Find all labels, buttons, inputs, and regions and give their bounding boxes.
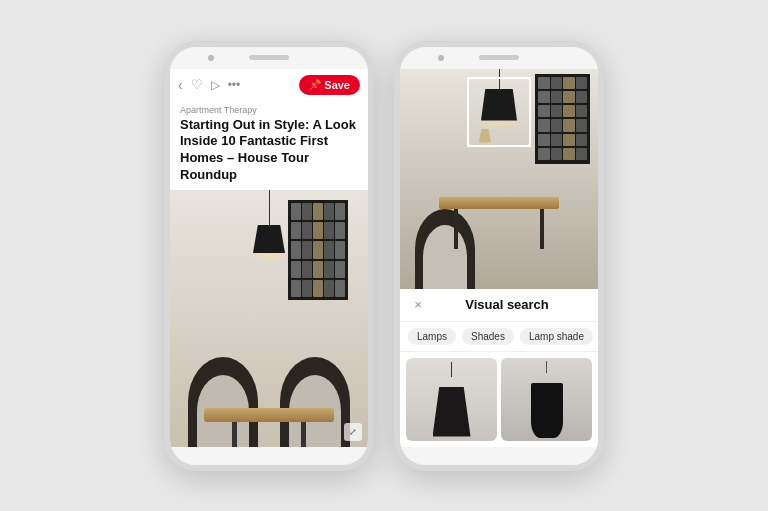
bookshelf	[288, 200, 348, 300]
room-background	[170, 190, 368, 446]
front-camera-2	[438, 55, 444, 61]
power-button-2[interactable]	[600, 127, 603, 149]
search-results	[400, 352, 598, 447]
phone-2-bottom	[400, 447, 598, 465]
table-legs-2	[439, 209, 559, 249]
pin-source: Apartment Therapy	[180, 105, 358, 115]
save-label: Save	[324, 79, 350, 91]
tag-lamps[interactable]: Lamps	[408, 328, 456, 345]
power-button[interactable]	[370, 127, 373, 149]
tag-lamp-shade[interactable]: Lamp shade	[520, 328, 593, 345]
phone-1-screen: ‹ ♡ ▷ ••• 📌 Save Apartment Therapy Start…	[170, 69, 368, 447]
share-button[interactable]: ▷	[211, 78, 220, 92]
back-button[interactable]: ‹	[178, 77, 183, 93]
table-leg-2-right	[540, 209, 544, 249]
speaker-2	[479, 55, 519, 60]
visual-search-title: Visual search	[426, 297, 588, 312]
pendant-lamp	[249, 190, 289, 261]
table-surface	[204, 408, 334, 422]
phone-2: × Visual search Lamps Shades Lamp shade …	[394, 41, 604, 471]
table-leg-2-left	[454, 209, 458, 249]
visual-search-header: × Visual search	[400, 289, 598, 322]
selection-corner-tl	[467, 77, 475, 85]
table-surface-2	[439, 197, 559, 209]
lamp-thumbnail-2	[501, 358, 592, 441]
lamp-shade	[253, 225, 285, 253]
left-arch	[188, 357, 258, 447]
thumb-cord-1	[451, 362, 452, 377]
phone-2-top-bar	[400, 47, 598, 69]
expand-icon[interactable]: ⤢	[344, 423, 362, 441]
save-button[interactable]: 📌 Save	[299, 75, 360, 95]
pin-icon: 📌	[309, 79, 321, 90]
volume-down-button[interactable]	[165, 143, 168, 161]
volume-down-button-2[interactable]	[395, 143, 398, 161]
table-leg-right	[301, 422, 306, 447]
table-leg-left	[232, 422, 237, 447]
visual-search-panel: × Visual search Lamps Shades Lamp shade …	[400, 289, 598, 447]
phone-top-bar	[170, 47, 368, 69]
thumb-shade-2	[531, 383, 563, 438]
room-image-full	[400, 69, 598, 289]
pin-image[interactable]: ⤢	[170, 190, 368, 446]
thumb-shade-1	[433, 387, 471, 437]
pin-header: ‹ ♡ ▷ ••• 📌 Save	[170, 69, 368, 101]
tag-shades[interactable]: Shades	[462, 328, 514, 345]
phone-2-screen: × Visual search Lamps Shades Lamp shade …	[400, 69, 598, 447]
pin-text-area: Apartment Therapy Starting Out in Style:…	[170, 101, 368, 191]
heart-button[interactable]: ♡	[191, 77, 203, 92]
bookshelf-2	[535, 74, 590, 164]
visual-search-selection[interactable]	[467, 77, 531, 147]
pin-title: Starting Out in Style: A Look Inside 10 …	[180, 117, 358, 185]
selection-corner-tr	[523, 77, 531, 85]
close-button[interactable]: ×	[410, 297, 426, 313]
phone-1-bottom	[170, 447, 368, 465]
more-button[interactable]: •••	[228, 78, 292, 92]
right-arch	[280, 357, 350, 447]
result-item-1[interactable]	[406, 358, 497, 441]
selection-corner-bl	[467, 139, 475, 147]
phone-1: ‹ ♡ ▷ ••• 📌 Save Apartment Therapy Start…	[164, 41, 374, 471]
volume-up-button[interactable]	[165, 117, 168, 135]
result-item-2[interactable]	[501, 358, 592, 441]
lamp-cord	[269, 190, 270, 225]
search-tags: Lamps Shades Lamp shade Lights Tab	[400, 322, 598, 352]
speaker	[249, 55, 289, 60]
thumb-cord-2	[546, 361, 547, 373]
selection-corner-br	[523, 139, 531, 147]
dining-table-2	[439, 197, 559, 249]
volume-up-button-2[interactable]	[395, 117, 398, 135]
front-camera	[208, 55, 214, 61]
lamp-thumbnail-1	[406, 358, 497, 441]
